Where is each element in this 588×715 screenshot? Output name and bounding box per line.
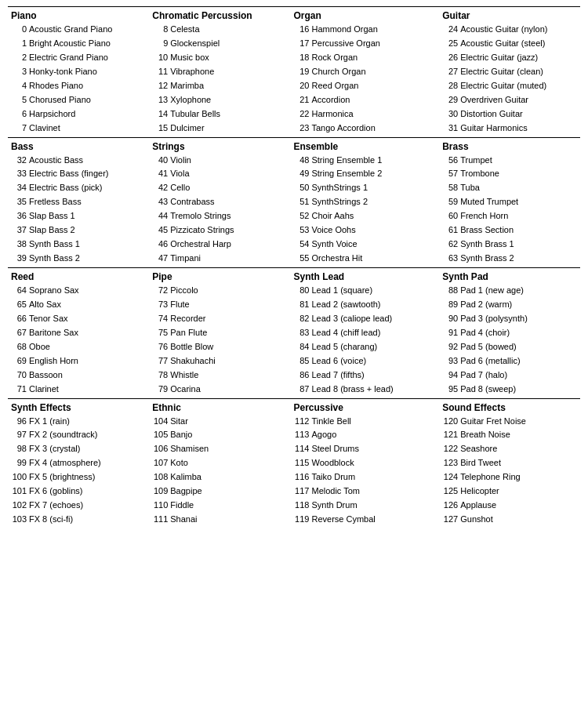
instrument-cell: 29Overdriven Guitar [439,93,580,107]
instrument-cell: 16Hammond Organ [290,23,439,37]
instrument-number: 87 [293,383,309,396]
instrument-number: 114 [293,443,309,455]
instrument-cell: 27Electric Guitar (clean) [439,65,580,79]
instrument-name: Recorder [170,314,205,323]
instrument-number: 121 [442,429,458,441]
instrument-cell: 11Vibraphone [149,65,290,79]
instrument-cell: 104Sitar [149,415,290,429]
section-header-brass: Brass [439,137,580,154]
instrument-cell: 19Church Organ [290,65,439,79]
instrument-cell: 60French Horn [439,209,580,223]
instrument-number: 42 [152,182,168,194]
instrument-cell: 44Tremolo Strings [149,209,290,223]
instrument-name: FX 8 (sci-fi) [29,514,73,524]
instrument-cell: 7Clavinet [8,122,149,137]
instrument-cell: 51SynthStrings 2 [290,195,439,209]
instrument-number: 73 [152,299,168,311]
instrument-cell: 121Breath Noise [439,428,580,442]
table-row: 6Harpsichord14Tubular Bells22Harmonica30… [8,107,580,122]
instrument-cell: 33Electric Bass (finger) [8,167,149,181]
instrument-number: 122 [442,443,458,455]
instrument-number: 46 [152,238,168,251]
instrument-cell: 57Trombone [439,167,580,181]
instrument-cell: 13Xylophone [149,93,290,107]
instrument-cell: 38Synth Bass 1 [8,238,149,252]
instrument-name: Pad 5 (bowed) [460,342,517,351]
instrument-cell: 28Electric Guitar (muted) [439,79,580,93]
instrument-cell: 9Glockenspiel [149,37,290,51]
instrument-cell: 77Shakuhachi [149,354,290,368]
instrument-name: Shakuhachi [170,356,216,365]
instrument-cell: 59Muted Trumpet [439,195,580,209]
instrument-name: Flute [170,299,189,309]
instrument-name: Chorused Piano [29,95,91,104]
instrument-number: 37 [11,224,27,237]
instrument-name: Kalimba [170,472,201,481]
instrument-cell: 18Rock Organ [290,51,439,65]
instrument-number: 20 [293,80,309,93]
instrument-number: 118 [293,499,309,512]
instrument-number: 28 [442,80,458,93]
instrument-name: Bird Tweet [460,458,501,467]
instrument-number: 52 [293,210,309,223]
instrument-cell: 2Electric Grand Piano [8,51,149,65]
instrument-cell: 114Steel Drums [290,442,439,456]
instrument-name: Shanai [170,514,197,524]
instrument-number: 100 [11,471,27,484]
instrument-name: Electric Grand Piano [29,53,108,62]
table-row: 65Alto Sax73Flute81Lead 2 (sawtooth)89Pa… [8,298,580,312]
instrument-name: Tubular Bells [170,109,220,118]
instrument-cell: 65Alto Sax [8,298,149,312]
section-header-bass: Bass [8,137,149,154]
instrument-name: Reverse Cymbal [311,514,375,524]
instrument-number: 8 [152,24,168,36]
section-header-reed: Reed [8,268,149,285]
instrument-number: 99 [11,457,27,470]
instrument-name: Pizzicato Strings [170,225,234,234]
instrument-number: 61 [442,224,458,237]
instrument-number: 16 [293,24,309,36]
instrument-cell: 94Pad 7 (halo) [439,368,580,383]
instrument-number: 19 [293,66,309,78]
instrument-cell: 23Tango Accordion [290,122,439,137]
instrument-cell: 124Telephone Ring [439,470,580,485]
instrument-cell: 105Banjo [149,428,290,442]
instrument-name: Orchestral Harp [170,239,231,249]
instrument-number: 14 [152,108,168,121]
table-row: 99FX 4 (atmosphere)107Koto115Woodblock12… [8,456,580,470]
instrument-name: Tango Accordion [311,123,375,132]
instrument-cell: 62Synth Brass 1 [439,238,580,252]
instrument-name: Lead 7 (fifths) [311,370,364,379]
instrument-cell: 111Shanai [149,513,290,528]
instrument-cell: 96FX 1 (rain) [8,415,149,429]
instrument-name: FX 2 (soundtrack) [29,430,97,439]
instrument-name: String Ensemble 1 [311,155,382,165]
instrument-number: 15 [152,122,168,135]
instrument-name: Pad 3 (polysynth) [460,314,528,323]
instrument-number: 4 [11,80,27,93]
instrument-name: Pad 2 (warm) [460,299,512,309]
instrument-name: Trumpet [460,155,492,165]
instrument-name: Bottle Blow [170,342,213,351]
table-row: 96FX 1 (rain)104Sitar112Tinkle Bell120Gu… [8,415,580,429]
instrument-name: Honky-tonk Piano [29,67,97,76]
instrument-number: 48 [293,154,309,167]
instrument-number: 107 [152,457,168,470]
instrument-name: Clarinet [29,384,59,394]
table-row: 33Electric Bass (finger)41Viola49String … [8,167,580,181]
instrument-cell: 1Bright Acoustic Piano [8,37,149,51]
instrument-cell: 107Koto [149,456,290,470]
instrument-cell: 83Lead 4 (chiff lead) [290,326,439,340]
instrument-name: Electric Guitar (clean) [460,67,543,76]
instrument-cell: 108Kalimba [149,470,290,485]
instrument-name: Bright Acoustic Piano [29,38,111,48]
instrument-cell: 95Pad 8 (sweep) [439,383,580,398]
instrument-name: String Ensemble 2 [311,169,382,178]
instrument-cell: 87Lead 8 (brass + lead) [290,383,439,398]
instrument-name: Contrabass [170,197,214,206]
section-header-ensemble: Ensemble [290,137,439,154]
instrument-cell: 91Pad 4 (choir) [439,326,580,340]
instrument-number: 94 [442,369,458,382]
instrument-name: Lead 6 (voice) [311,356,366,365]
instrument-number: 34 [11,182,27,194]
